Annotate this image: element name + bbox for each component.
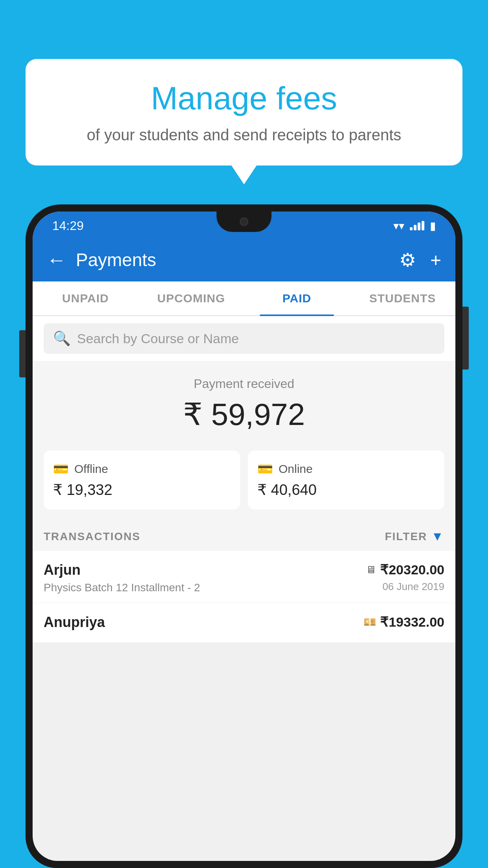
filter-icon: ▼ bbox=[431, 529, 444, 544]
tabs-bar: UNPAID UPCOMING PAID STUDENTS bbox=[33, 281, 455, 316]
battery-icon: ▮ bbox=[430, 219, 436, 232]
transaction-amount-info: 💴 ₹19332.00 bbox=[363, 614, 444, 630]
offline-icon: 💳 bbox=[53, 462, 69, 476]
bubble-subtitle: of your students and send receipts to pa… bbox=[49, 124, 439, 146]
transaction-amount-info: 🖥 ₹20320.00 06 June 2019 bbox=[366, 562, 444, 593]
signal-icon bbox=[410, 221, 424, 230]
offline-label: Offline bbox=[74, 462, 108, 476]
filter-label: FILTER bbox=[385, 530, 427, 543]
transaction-description: Physics Batch 12 Installment - 2 bbox=[44, 581, 366, 594]
app-content: 🔍 Search by Course or Name Payment recei… bbox=[33, 316, 455, 643]
speech-bubble: Manage fees of your students and send re… bbox=[26, 59, 462, 166]
transaction-info: Anupriya bbox=[44, 614, 363, 634]
phone-outer: 14:29 ▾▾ ▮ ← Payments ⚙ bbox=[26, 204, 462, 868]
status-time: 14:29 bbox=[52, 219, 84, 233]
online-card: 💳 Online ₹ 40,640 bbox=[248, 451, 444, 509]
online-amount: ₹ 40,640 bbox=[257, 481, 435, 498]
transaction-name: Arjun bbox=[44, 562, 366, 578]
app-bar-actions: ⚙ + bbox=[399, 249, 441, 271]
transactions-header: TRANSACTIONS FILTER ▼ bbox=[33, 520, 455, 551]
app-title: Payments bbox=[76, 249, 399, 270]
table-row[interactable]: Anupriya 💴 ₹19332.00 bbox=[33, 603, 455, 643]
status-icons: ▾▾ ▮ bbox=[393, 219, 436, 232]
offline-header: 💳 Offline bbox=[53, 462, 231, 476]
payment-cards: 💳 Offline ₹ 19,332 💳 Online ₹ 40,640 bbox=[33, 443, 455, 520]
wifi-icon: ▾▾ bbox=[393, 219, 404, 232]
phone-mockup: 14:29 ▾▾ ▮ ← Payments ⚙ bbox=[26, 204, 462, 868]
transactions-list: Arjun Physics Batch 12 Installment - 2 🖥… bbox=[33, 551, 455, 643]
tab-students[interactable]: STUDENTS bbox=[350, 281, 455, 315]
search-box[interactable]: 🔍 Search by Course or Name bbox=[44, 323, 444, 354]
transactions-label: TRANSACTIONS bbox=[44, 530, 140, 543]
payment-received-label: Payment received bbox=[44, 377, 444, 391]
search-icon: 🔍 bbox=[53, 330, 71, 347]
speech-bubble-container: Manage fees of your students and send re… bbox=[26, 59, 462, 166]
tab-paid[interactable]: PAID bbox=[244, 281, 350, 315]
transaction-info: Arjun Physics Batch 12 Installment - 2 bbox=[44, 562, 366, 594]
offline-payment-icon: 💴 bbox=[363, 616, 376, 628]
transaction-amount: ₹19332.00 bbox=[380, 614, 444, 630]
filter-button[interactable]: FILTER ▼ bbox=[385, 529, 444, 544]
tab-unpaid[interactable]: UNPAID bbox=[33, 281, 138, 315]
offline-card: 💳 Offline ₹ 19,332 bbox=[44, 451, 240, 509]
add-button[interactable]: + bbox=[430, 249, 441, 271]
amount-row: 💴 ₹19332.00 bbox=[363, 614, 444, 630]
online-payment-icon: 🖥 bbox=[366, 564, 376, 576]
back-button[interactable]: ← bbox=[47, 248, 66, 271]
table-row[interactable]: Arjun Physics Batch 12 Installment - 2 🖥… bbox=[33, 551, 455, 603]
amount-row: 🖥 ₹20320.00 bbox=[366, 562, 444, 577]
transaction-name: Anupriya bbox=[44, 614, 363, 631]
settings-button[interactable]: ⚙ bbox=[399, 249, 416, 271]
bubble-title: Manage fees bbox=[49, 81, 439, 116]
payment-summary: Payment received ₹ 59,972 bbox=[33, 361, 455, 443]
online-icon: 💳 bbox=[257, 462, 273, 476]
camera bbox=[240, 217, 248, 226]
online-header: 💳 Online bbox=[257, 462, 435, 476]
phone-inner: 14:29 ▾▾ ▮ ← Payments ⚙ bbox=[33, 211, 455, 861]
search-input[interactable]: Search by Course or Name bbox=[77, 331, 239, 346]
online-label: Online bbox=[279, 462, 313, 476]
app-bar: ← Payments ⚙ + bbox=[33, 238, 455, 281]
transaction-date: 06 June 2019 bbox=[382, 581, 444, 593]
search-container: 🔍 Search by Course or Name bbox=[33, 316, 455, 361]
phone-notch bbox=[216, 211, 272, 232]
offline-amount: ₹ 19,332 bbox=[53, 481, 231, 498]
transaction-amount: ₹20320.00 bbox=[380, 562, 444, 577]
payment-total-amount: ₹ 59,972 bbox=[44, 397, 444, 432]
tab-upcoming[interactable]: UPCOMING bbox=[138, 281, 244, 315]
